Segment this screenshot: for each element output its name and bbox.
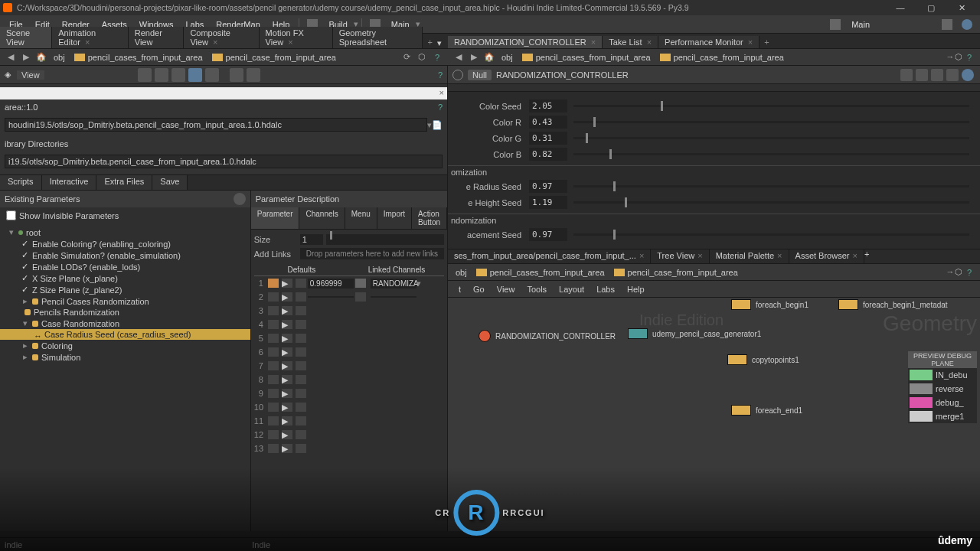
home-icon[interactable]: 🏠 <box>35 51 47 64</box>
dtab-menu[interactable]: Menu <box>345 207 377 229</box>
tab-motionfx-view[interactable]: Motion FX View× <box>260 27 333 48</box>
slider-value[interactable]: 0.97 <box>529 228 567 241</box>
crumb-cases[interactable]: pencil_cases_from_input_area <box>70 53 207 62</box>
radial-icon2[interactable] <box>830 19 841 30</box>
nav-back-r[interactable]: ◀ <box>452 51 465 64</box>
help-icon3[interactable]: ? <box>438 70 443 80</box>
slider-track[interactable] <box>573 201 969 204</box>
tab-rand-controller[interactable]: RANDOMIZATION_CONTROLLER× <box>448 36 603 48</box>
grid-icon[interactable] <box>188 68 202 82</box>
nav-fwd-r[interactable]: ▶ <box>468 51 480 64</box>
tab-geometry-spreadsheet[interactable]: Geometry Spreadsheet <box>333 27 423 48</box>
tab-animation-editor[interactable]: Animation Editor× <box>52 27 129 48</box>
gear-icon[interactable] <box>247 68 260 82</box>
node-udemy[interactable]: udemy_pencil_case_generator1 <box>628 328 761 339</box>
settings-icon[interactable] <box>942 19 952 30</box>
dtab-import[interactable]: Import <box>377 207 412 229</box>
pin-icon[interactable]: ⬡ <box>416 51 428 64</box>
linked-channel[interactable]: RANDOMIZA <box>371 279 416 289</box>
region-icon[interactable] <box>205 68 219 82</box>
view-label[interactable]: View <box>17 70 44 80</box>
tab-extra-files[interactable]: Extra Files <box>96 175 152 190</box>
browse-icon[interactable]: 📄 <box>432 120 443 130</box>
search-icon[interactable] <box>931 69 943 81</box>
slider-track[interactable] <box>573 233 969 236</box>
sync-icon[interactable]: ⟳ <box>400 51 413 64</box>
add-tab-right[interactable]: + <box>760 36 773 48</box>
cursor-icon[interactable] <box>155 68 168 82</box>
crumb-case-r[interactable]: pencil_case_from_input_area <box>655 53 789 62</box>
tree-folder[interactable]: ▸Pencil Cases Randomization <box>0 295 250 307</box>
slider-value[interactable]: 0.97 <box>529 180 567 193</box>
tab-render-view[interactable]: Render View <box>129 27 185 48</box>
filter-icon[interactable] <box>916 69 928 81</box>
ntab-asset-browser[interactable]: Asset Browser× <box>789 249 864 263</box>
crumb-cases-r[interactable]: pencil_cases_from_input_area <box>518 53 655 62</box>
dtab-channels[interactable]: Channels <box>299 207 345 229</box>
params-gear-icon[interactable] <box>234 193 246 205</box>
tab-interactive[interactable]: Interactive <box>42 175 97 190</box>
addlinks-dropzone[interactable]: Drop parameters here to add new links <box>300 248 444 259</box>
lib-dirs-input[interactable] <box>5 155 443 168</box>
slider-value[interactable]: 0.31 <box>529 132 567 145</box>
slider-value[interactable]: 0.43 <box>529 116 567 129</box>
hda-help-icon[interactable]: ? <box>438 103 443 112</box>
default-value[interactable]: 0.969999 <box>308 279 354 289</box>
curve-icon[interactable] <box>172 68 185 82</box>
tab-performance-monitor[interactable]: Performance Monitor× <box>658 36 760 48</box>
hda-path-input[interactable] <box>5 118 427 132</box>
node-foreach-end[interactable]: foreach_end1 <box>731 405 802 416</box>
tab-composite-view[interactable]: Composite View× <box>184 27 259 48</box>
node-copytopoints[interactable]: copytopoints1 <box>727 354 799 365</box>
size-value[interactable]: 1 <box>300 234 323 245</box>
pin-icon-r[interactable]: →⬡ <box>948 51 960 64</box>
help-icon4[interactable] <box>962 69 974 81</box>
play-icon[interactable]: ▶ <box>282 279 292 288</box>
nav-back[interactable]: ◀ <box>5 51 17 64</box>
show-invisible-checkbox[interactable] <box>6 210 16 220</box>
tree-item[interactable]: ✓Enable Simulation? (enable_simulation) <box>0 249 250 261</box>
node-foreach-meta[interactable]: foreach_begin1_metadat <box>838 299 948 310</box>
key-icon[interactable] <box>268 279 279 288</box>
pointer-icon[interactable] <box>138 68 152 82</box>
persp-icon[interactable]: ◈ <box>5 70 17 80</box>
tree-item[interactable]: ✓Enable LODs? (enable_lods) <box>0 261 250 272</box>
tree-item-selected[interactable]: ↔Case Radius Seed (case_radius_seed) <box>0 329 250 340</box>
tree-item[interactable]: ✓Enable Coloring? (enabling_coloring) <box>0 238 250 249</box>
slider-track[interactable] <box>573 137 969 139</box>
crumb-obj[interactable]: obj <box>49 53 70 62</box>
help-icon2[interactable]: ? <box>431 51 443 64</box>
node-foreach-begin[interactable]: foreach_begin1 <box>731 299 808 310</box>
list-icon[interactable] <box>296 279 306 288</box>
dtab-action-button[interactable]: Action Button <box>412 207 447 229</box>
slider-value[interactable]: 2.05 <box>529 99 567 112</box>
ntab-path[interactable]: ses_from_input_area/pencil_case_from_inp… <box>448 249 651 263</box>
slider-track[interactable] <box>573 105 969 107</box>
radial-main-r[interactable]: Main <box>845 15 876 34</box>
net-menu-layout[interactable]: Layout <box>553 285 590 294</box>
net-crumb-case[interactable]: pencil_case_from_input_area <box>609 268 743 277</box>
net-menu-t[interactable]: t <box>452 285 467 294</box>
tab-save[interactable]: Save <box>152 175 188 190</box>
tree-folder[interactable]: Pencils Randomization <box>0 307 250 318</box>
tree-item[interactable]: ✓X Size Plane (x_plane) <box>0 272 250 284</box>
add-tab-left[interactable]: + <box>423 36 436 48</box>
pane-menu-left[interactable]: ▾ <box>437 38 448 48</box>
net-crumb-cases[interactable]: pencil_cases_from_input_area <box>472 268 609 277</box>
slider-value[interactable]: 0.82 <box>529 148 567 161</box>
info-icon[interactable] <box>946 69 959 81</box>
net-menu-labs[interactable]: Labs <box>590 285 621 294</box>
ntab-material-palette[interactable]: Material Palette× <box>710 249 789 263</box>
help-icon-r[interactable]: ? <box>963 51 975 64</box>
maximize-button[interactable]: ▢ <box>916 0 946 15</box>
ntab-tree-view[interactable]: Tree View× <box>651 249 709 263</box>
net-menu-view[interactable]: View <box>491 285 521 294</box>
gear-icon2[interactable] <box>900 69 913 81</box>
link-icon[interactable] <box>355 279 366 288</box>
dtab-parameter[interactable]: Parameter <box>251 207 300 229</box>
slider-track[interactable] <box>573 185 969 187</box>
crumb-case[interactable]: pencil_case_from_input_area <box>207 53 341 62</box>
crumb-obj-r[interactable]: obj <box>497 53 518 62</box>
home-icon-r[interactable]: 🏠 <box>483 51 495 64</box>
tree-item[interactable]: ✓Z Size Plane (z_plane2) <box>0 284 250 295</box>
